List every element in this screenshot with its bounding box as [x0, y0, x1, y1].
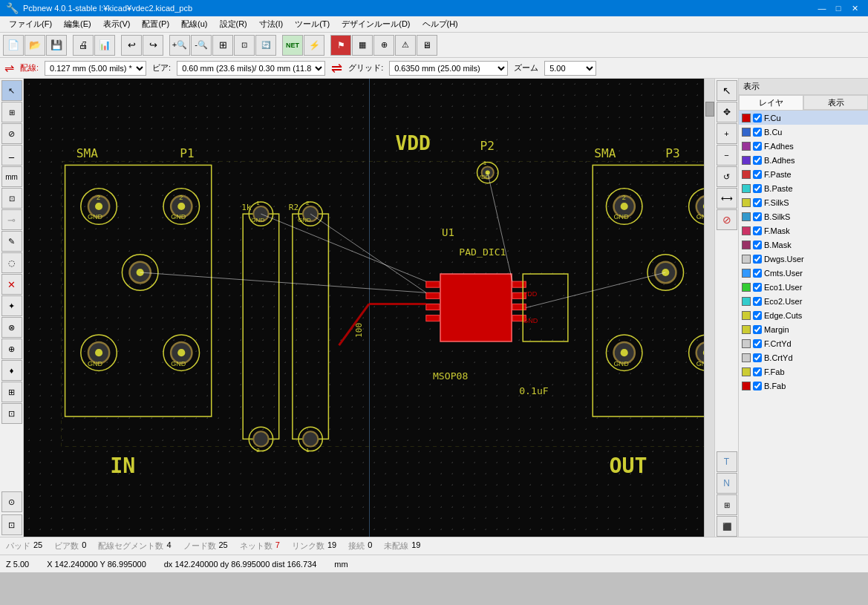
drag-tool[interactable]: ✥ [717, 102, 737, 122]
layer-visibility-check[interactable] [753, 184, 762, 193]
layer-visibility-check[interactable] [753, 339, 762, 348]
layer-visibility-check[interactable] [753, 128, 762, 137]
pcb-canvas[interactable]: IN OUT VDD P1 P2 P3 SMA SMA U1 PAD_DIC1 [24, 79, 714, 537]
layer-row[interactable]: B.Fab [739, 379, 868, 393]
layer-row[interactable]: Eco1.User [739, 280, 868, 294]
grid-select[interactable]: 0.6350 mm (25.00 mils) [389, 61, 508, 76]
layer-row[interactable]: F.Adhes [739, 139, 868, 153]
undo-button[interactable]: ↩ [121, 35, 142, 56]
layer-visibility-check[interactable] [753, 156, 762, 165]
layer-row[interactable]: Eco2.User [739, 294, 868, 308]
layer-visibility-check[interactable] [753, 212, 762, 221]
layer-row[interactable]: F.Cu [739, 111, 868, 125]
dimension-tool[interactable]: ⊸ [1, 209, 22, 230]
layer-row[interactable]: B.CrtYd [739, 350, 868, 364]
menu-tools[interactable]: ツール(T) [289, 17, 336, 31]
layer-row[interactable]: F.CrtYd [739, 336, 868, 350]
pcb-canvas-container[interactable]: IN OUT VDD P1 P2 P3 SMA SMA U1 PAD_DIC1 [24, 79, 714, 537]
plot-button[interactable]: 📊 [94, 35, 115, 56]
layer-arrow-down[interactable]: ⊙ [1, 491, 22, 512]
layer-row[interactable]: B.Cu [739, 125, 868, 139]
zoom-in-rt[interactable]: + [717, 123, 737, 144]
rotate-rt[interactable]: ↺ [717, 166, 737, 187]
new-button[interactable]: 📄 [3, 35, 24, 56]
layer-row[interactable]: B.Paste [739, 181, 868, 195]
layer-row[interactable]: B.SilkS [739, 209, 868, 223]
zoom-out-rt[interactable]: − [717, 145, 737, 166]
menu-design-rules[interactable]: デザインルール(D) [336, 17, 416, 31]
flip-rt[interactable]: ⟷ [717, 188, 737, 209]
interactive-router-button[interactable]: ⚠ [395, 35, 416, 56]
zone-tool[interactable]: ⊞ [1, 382, 22, 402]
delete-tool[interactable]: ✕ [1, 274, 22, 295]
layer-visibility-check[interactable] [753, 226, 762, 235]
layer-info[interactable]: ⊡ [1, 514, 22, 535]
layer-visibility-check[interactable] [753, 353, 762, 362]
draw-arc[interactable]: ◌ [1, 252, 22, 273]
zoom-in-button[interactable]: +🔍 [169, 35, 190, 56]
close-button[interactable]: ✕ [847, 2, 862, 14]
pad-settings-button[interactable]: ⊕ [373, 35, 394, 56]
layer-row[interactable]: F.Mask [739, 223, 868, 238]
layer-row[interactable]: B.Adhes [739, 153, 868, 167]
add-text[interactable]: ⊡ [1, 188, 22, 209]
menu-dimension[interactable]: 寸法(I) [253, 17, 289, 31]
highlight-net[interactable]: ✦ [1, 295, 22, 316]
menu-file[interactable]: ファイル(F) [3, 17, 58, 31]
layer-row[interactable]: F.SilkS [739, 195, 868, 209]
zoom-select[interactable]: 5.00 [544, 61, 596, 76]
layer-row[interactable]: F.Paste [739, 167, 868, 181]
open-button[interactable]: 📂 [25, 35, 45, 56]
layer-row[interactable]: Edge.Cuts [739, 308, 868, 322]
measure-rt[interactable]: N [717, 473, 737, 494]
layer-visibility-check[interactable] [753, 283, 762, 292]
layer-visibility-check[interactable] [753, 382, 762, 390]
layer-visibility-check[interactable] [753, 325, 762, 334]
minimize-button[interactable]: — [815, 2, 829, 14]
scripting[interactable]: ♦ [1, 360, 22, 381]
canvas-scroll-thumb[interactable] [705, 102, 714, 117]
zoom-area-button[interactable]: ⊡ [234, 35, 255, 56]
pcb-setup-button[interactable]: 🖥 [417, 35, 437, 56]
canvas-scrollbar[interactable] [704, 79, 714, 537]
layer-visibility-check[interactable] [753, 269, 762, 278]
layer-visibility-check[interactable] [753, 198, 762, 207]
layer-visibility-check[interactable] [753, 170, 762, 179]
push-shove[interactable]: ⊗ [1, 317, 22, 338]
layers-mgr-button[interactable]: ▦ [352, 35, 373, 56]
microwave[interactable]: ⊕ [1, 339, 22, 359]
menu-route[interactable]: 配線(u) [175, 17, 213, 31]
drc-button[interactable]: ⚑ [330, 35, 351, 56]
zoom-fit-button[interactable]: ⊞ [212, 35, 233, 56]
redo-button[interactable]: ↪ [143, 35, 163, 56]
layer-visibility-check[interactable] [753, 255, 762, 264]
select-tool[interactable]: ↖ [1, 80, 22, 101]
layer-visibility-check[interactable] [753, 367, 762, 376]
tab-layer[interactable]: レイヤ [739, 95, 803, 110]
cursor-tool[interactable]: ↖ [717, 80, 737, 101]
layer-visibility-check[interactable] [753, 297, 762, 306]
zoom-redraw-button[interactable]: 🔄 [255, 35, 276, 56]
menu-settings[interactable]: 設定(R) [214, 17, 253, 31]
via-select[interactable]: 0.60 mm (23.6 mils)/ 0.30 mm (11.8 mils)… [177, 61, 325, 76]
highlight-rt[interactable]: ⊘ [717, 209, 737, 230]
layer-row[interactable]: Margin [739, 322, 868, 336]
track-select[interactable]: 0.127 mm (5.00 mils) * [45, 61, 146, 76]
menu-edit[interactable]: 編集(E) [58, 17, 97, 31]
layer-row[interactable]: F.Fab [739, 364, 868, 379]
layer-visibility-check[interactable] [753, 311, 762, 320]
maximize-button[interactable]: □ [831, 2, 846, 14]
menu-help[interactable]: ヘルプ(H) [417, 17, 464, 31]
layer-visibility-check[interactable] [753, 142, 762, 151]
netlist-button[interactable]: NET [282, 35, 303, 56]
layer-row[interactable]: Cmts.User [739, 266, 868, 280]
draw-line[interactable]: ✎ [1, 231, 22, 252]
print-button[interactable]: 🖨 [73, 35, 94, 56]
route-diff[interactable]: ⚊ [1, 145, 22, 166]
add-via[interactable]: mm [1, 166, 22, 187]
origin-rt[interactable]: T [717, 451, 737, 472]
zoom-out-button[interactable]: -🔍 [191, 35, 212, 56]
footprint-mode[interactable]: ⊞ [1, 102, 22, 122]
keepout-tool[interactable]: ⊡ [1, 403, 22, 424]
3d-rt[interactable]: ⬛ [717, 516, 737, 537]
